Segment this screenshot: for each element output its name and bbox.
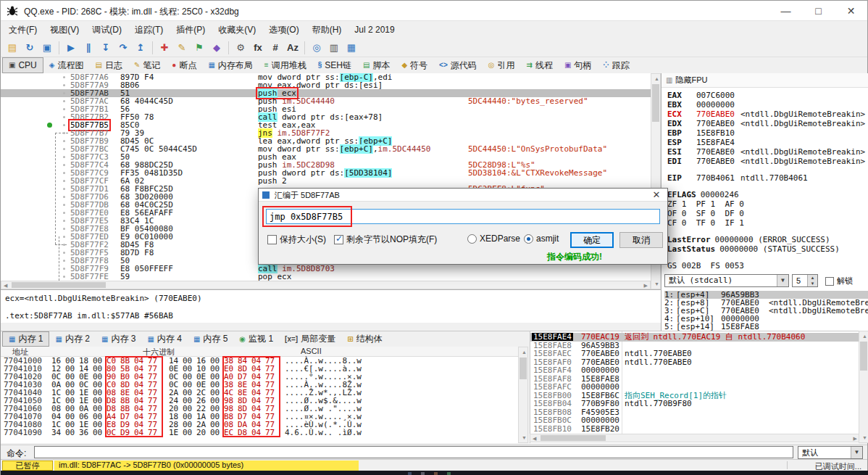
tab-references[interactable]: ◎引用	[483, 57, 521, 73]
toolbar-display-button[interactable]: ▦	[343, 41, 359, 55]
register-line[interactable]: ECX770EABE0<ntdll.DbgUiRemoteBreakin>	[667, 110, 867, 119]
stack-row[interactable]: 15E8FB04770B9F80ntdll.770B9F80	[530, 400, 860, 408]
assemble-instruction-input[interactable]	[266, 209, 660, 224]
register-line[interactable]: ZF 1 PF 1 AF 0	[667, 199, 867, 209]
scroll-up-arrow[interactable]: ▲	[654, 76, 659, 81]
calling-convention-select[interactable]: 默认 (stdcall) ▼	[664, 274, 789, 287]
menu-item[interactable]: 调试(D)	[85, 22, 128, 38]
tab-watch-1[interactable]: ◉监视 1	[233, 331, 279, 347]
toolbar-run-button[interactable]: ▶	[63, 41, 79, 55]
register-line[interactable]: GS 002B FS 0053	[667, 261, 867, 270]
toolbar-pause-button[interactable]: ∥	[80, 41, 96, 55]
scroll-up-arrow[interactable]: ▲	[522, 350, 527, 355]
scroll-right-arrow[interactable]: ▶	[644, 283, 648, 288]
stack-row[interactable]: 15E8FB1015E8FB20	[530, 425, 860, 434]
argument-row[interactable]: 4:[esp+10]00000000	[664, 315, 868, 323]
toolbar-patch-button[interactable]: ✚	[157, 41, 172, 55]
tab-threads[interactable]: ⇉线程	[521, 57, 559, 73]
argument-count-spinner[interactable]: 5 ▲▼	[792, 274, 818, 287]
register-line[interactable]: EIP770B4061ntdll.770B4061	[667, 173, 867, 183]
taskbar-icon[interactable]	[434, 472, 438, 475]
tab-trace[interactable]: ⁘跟踪	[597, 57, 635, 73]
stack-row[interactable]: 15E8FAFC00000000	[530, 383, 860, 392]
tab-symbols[interactable]: ◆符号	[396, 57, 433, 73]
disasm-row[interactable]: 5D8F77FE59pop ecx	[1, 273, 651, 281]
register-line[interactable]: EDX770EABE0<ntdll.DbgUiRemoteBreakin>	[667, 119, 867, 128]
register-line[interactable]: ESI770EABE0<ntdll.DbgUiRemoteBreakin>	[667, 147, 867, 157]
menu-item[interactable]: 收藏夹(V)	[212, 22, 262, 38]
toolbar-book-button[interactable]: ▥	[326, 41, 342, 55]
menu-item[interactable]: 帮助(H)	[306, 22, 349, 38]
register-line[interactable]: LastStatus00000000 (STATUS_SUCCESS)	[667, 244, 867, 254]
dialog-titlebar[interactable]: 汇编于 5D8F77AB ✕	[259, 189, 667, 202]
register-line[interactable]: OF 0 SF 0 DF 0	[667, 209, 867, 218]
toolbar-bookmark-button[interactable]: ◆	[209, 41, 225, 55]
asmjit-option[interactable]: asmjit	[524, 234, 559, 244]
dump-vertical-scrollbar[interactable]: ▲ ▼	[518, 347, 528, 443]
register-line[interactable]: ESP15E8FAE4	[667, 138, 867, 147]
memory-dump-view[interactable]: 地址 十六进制 ASCII 7704100016001800C08B047714…	[1, 347, 518, 443]
toolbar-step-over-button[interactable]: ↷	[115, 41, 131, 55]
stack-row[interactable]: 15E8FAF0770EABE0ntdll.770EABE0	[530, 358, 860, 367]
argument-row[interactable]: 2:[esp+8]770EABE0<ntdll.DbgUiRemoteBreak…	[664, 299, 868, 307]
toolbar-case-button[interactable]: Az	[285, 41, 301, 55]
tab-struct[interactable]: ⊞结构体	[341, 331, 388, 347]
toolbar-strings-button[interactable]: ◎	[309, 41, 325, 55]
register-line[interactable]: EDI770EABE0<ntdll.DbgUiRemoteBreakin>	[667, 157, 867, 166]
register-line[interactable]: EBX00000000	[667, 100, 867, 110]
taskbar-icon[interactable]	[421, 472, 425, 475]
spinner-arrows-icon[interactable]: ▲▼	[807, 275, 817, 286]
tab-memory-5[interactable]: ▦内存 5	[188, 331, 233, 347]
menu-item[interactable]: 选项(O)	[262, 22, 305, 38]
toolbar-execute-till-return-button[interactable]: ↥	[133, 41, 149, 55]
stack-row[interactable]: 15E8FB0C00000000	[530, 416, 860, 425]
hide-fpu-button[interactable]: ▥ 隐藏FPU	[662, 73, 868, 88]
stack-horizontal-scrollbar[interactable]: ◀ ▶	[530, 434, 860, 442]
stack-row[interactable]: 15E8FAE896A59BB3	[530, 342, 860, 350]
maximize-button[interactable]: □	[802, 1, 835, 21]
cancel-button[interactable]: 取消	[619, 232, 663, 248]
tab-source[interactable]: <>源代码	[433, 57, 483, 73]
register-line[interactable]: EAX007C6000	[667, 91, 867, 100]
unlock-checkbox-row[interactable]: 解锁	[825, 276, 853, 286]
toolbar-label-button[interactable]: ⚑	[191, 41, 207, 55]
command-profile-select[interactable]: 默认 ▼	[798, 446, 863, 459]
ok-button[interactable]: 确定	[570, 232, 614, 248]
windows-taskbar[interactable]	[1, 471, 868, 475]
xedparse-option[interactable]: XEDParse	[467, 234, 520, 244]
scroll-left-arrow[interactable]: ◀	[533, 436, 536, 441]
tab-graph[interactable]: ◈流程图	[43, 57, 90, 73]
tab-log[interactable]: ▤日志	[90, 57, 128, 73]
toolbar-close-button[interactable]: ▣	[39, 41, 55, 55]
scroll-down-arrow[interactable]: ▼	[522, 435, 527, 440]
toolbar-open-file-button[interactable]: ▤	[4, 41, 20, 55]
taskbar-icon[interactable]	[447, 472, 451, 475]
menu-item[interactable]: 追踪(T)	[128, 22, 170, 38]
disasm-horizontal-scrollbar[interactable]: ◀ ▶	[1, 281, 651, 289]
scroll-left-arrow[interactable]: ◀	[4, 283, 7, 288]
menu-item[interactable]: 文件(F)	[2, 22, 43, 38]
tab-script[interactable]: ▤脚本	[357, 57, 396, 73]
toolbar-settings-button[interactable]: ⚙	[233, 41, 249, 55]
scroll-thumb[interactable]	[860, 342, 867, 371]
asmjit-radio[interactable]	[524, 234, 533, 244]
stack-row[interactable]: 15E8FB0015E8FB6C指向SEH_Record[1]的指针	[530, 392, 860, 400]
argument-row[interactable]: 1:[esp+4]96A59BB3	[664, 291, 868, 299]
scroll-down-arrow[interactable]: ▼	[654, 281, 659, 286]
stack-row[interactable]: 15E8FAF815E8FAE8	[530, 375, 860, 384]
toolbar-step-into-button[interactable]: ↧	[98, 41, 114, 55]
stack-row[interactable]: 15E8FAE4770EAC19返回到 ntdll.770EAC19 自 ntd…	[530, 333, 860, 342]
nop-fill-option[interactable]: 剩余字节以NOP填充(F)	[334, 234, 437, 246]
scroll-thumb[interactable]	[652, 84, 659, 122]
stack-row[interactable]: 15E8FAEC770EABE0ntdll.770EABE0	[530, 350, 860, 358]
scroll-thumb[interactable]	[12, 282, 106, 288]
stack-row[interactable]: 15E8FAF400000000	[530, 366, 860, 375]
stack-vertical-scrollbar[interactable]: ▲ ▼	[859, 331, 868, 443]
chevron-down-icon[interactable]: ▼	[851, 447, 862, 458]
scroll-down-arrow[interactable]: ▼	[862, 435, 867, 440]
toolbar-restart-button[interactable]: ↻	[22, 41, 38, 55]
unlock-checkbox[interactable]	[825, 277, 834, 286]
command-input[interactable]	[34, 446, 793, 458]
tab-memory-3[interactable]: ▦内存 3	[96, 331, 141, 347]
chevron-down-icon[interactable]: ▼	[777, 275, 788, 286]
